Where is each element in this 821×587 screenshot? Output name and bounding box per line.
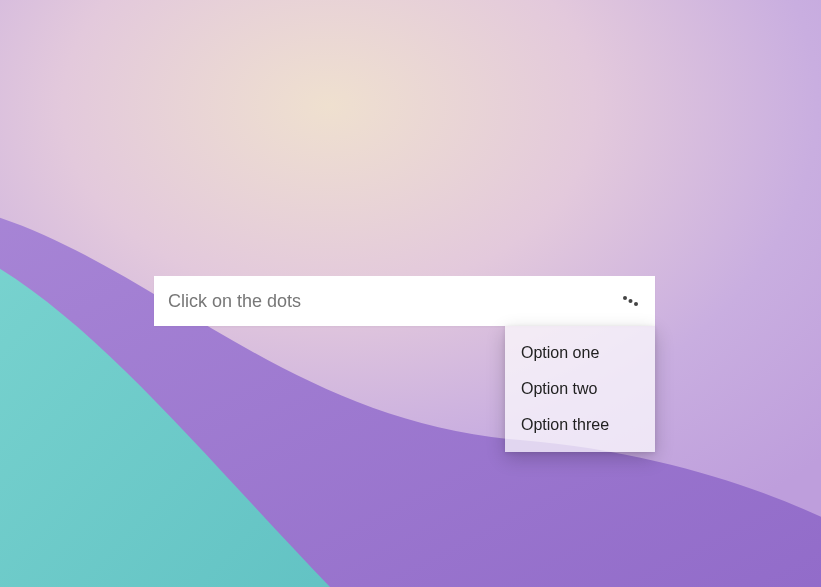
menu-item-option-two[interactable]: Option two [505, 371, 655, 407]
prompt-label: Click on the dots [168, 291, 301, 312]
menu-item-label: Option two [521, 380, 597, 397]
menu-item-label: Option one [521, 344, 599, 361]
dots-icon [619, 291, 639, 311]
menu-item-option-three[interactable]: Option three [505, 407, 655, 443]
svg-point-2 [629, 299, 633, 303]
dropdown-menu: Option one Option two Option three [505, 326, 655, 452]
more-options-button[interactable] [617, 289, 641, 313]
menu-item-label: Option three [521, 416, 609, 433]
prompt-panel: Click on the dots [154, 276, 655, 326]
svg-point-3 [634, 302, 638, 306]
svg-point-1 [623, 296, 627, 300]
menu-item-option-one[interactable]: Option one [505, 335, 655, 371]
